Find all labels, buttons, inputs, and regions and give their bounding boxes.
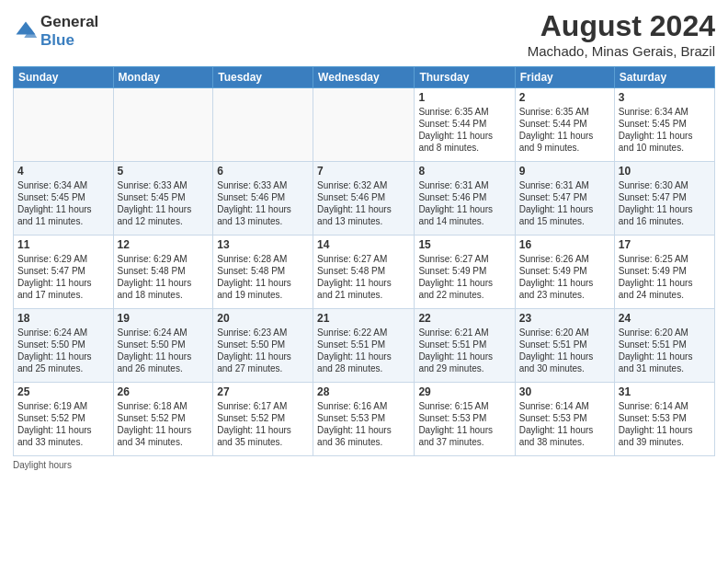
day-cell: 15Sunrise: 6:27 AM Sunset: 5:49 PM Dayli… <box>415 236 515 309</box>
day-number: 18 <box>17 312 109 325</box>
day-cell <box>313 88 415 162</box>
day-cell: 31Sunrise: 6:14 AM Sunset: 5:53 PM Dayli… <box>614 383 714 456</box>
day-number: 31 <box>619 385 711 398</box>
day-info: Sunrise: 6:27 AM Sunset: 5:49 PM Dayligh… <box>418 253 510 301</box>
day-number: 2 <box>519 91 610 104</box>
day-number: 14 <box>317 238 410 251</box>
day-number: 20 <box>217 312 309 325</box>
day-cell: 19Sunrise: 6:24 AM Sunset: 5:50 PM Dayli… <box>113 309 213 383</box>
day-info: Sunrise: 6:24 AM Sunset: 5:50 PM Dayligh… <box>118 327 210 374</box>
day-number: 6 <box>217 165 309 178</box>
day-number: 30 <box>519 385 610 398</box>
title-block: August 2024 Machado, Minas Gerais, Brazi… <box>528 9 715 59</box>
day-info: Sunrise: 6:25 AM Sunset: 5:49 PM Dayligh… <box>619 253 711 301</box>
weekday-friday: Friday <box>515 67 614 88</box>
day-cell: 13Sunrise: 6:28 AM Sunset: 5:48 PM Dayli… <box>213 236 313 309</box>
day-info: Sunrise: 6:28 AM Sunset: 5:48 PM Dayligh… <box>217 253 309 301</box>
logo-icon <box>13 18 39 44</box>
weekday-thursday: Thursday <box>415 67 515 88</box>
day-number: 9 <box>519 165 610 178</box>
day-cell <box>113 88 213 162</box>
logo: General Blue <box>13 13 98 50</box>
day-info: Sunrise: 6:24 AM Sunset: 5:50 PM Dayligh… <box>17 327 109 374</box>
header: General Blue August 2024 Machado, Minas … <box>13 9 715 59</box>
day-info: Sunrise: 6:26 AM Sunset: 5:49 PM Dayligh… <box>519 253 610 301</box>
day-info: Sunrise: 6:20 AM Sunset: 5:51 PM Dayligh… <box>519 327 610 374</box>
week-row-2: 4Sunrise: 6:34 AM Sunset: 5:45 PM Daylig… <box>14 162 715 236</box>
day-cell <box>213 88 313 162</box>
day-info: Sunrise: 6:17 AM Sunset: 5:52 PM Dayligh… <box>217 400 309 448</box>
day-cell: 21Sunrise: 6:22 AM Sunset: 5:51 PM Dayli… <box>313 309 415 383</box>
day-info: Sunrise: 6:27 AM Sunset: 5:48 PM Dayligh… <box>317 253 410 301</box>
day-info: Sunrise: 6:31 AM Sunset: 5:47 PM Dayligh… <box>519 179 610 227</box>
day-cell: 26Sunrise: 6:18 AM Sunset: 5:52 PM Dayli… <box>113 383 213 456</box>
day-cell: 22Sunrise: 6:21 AM Sunset: 5:51 PM Dayli… <box>415 309 515 383</box>
day-cell: 14Sunrise: 6:27 AM Sunset: 5:48 PM Dayli… <box>313 236 415 309</box>
day-info: Sunrise: 6:18 AM Sunset: 5:52 PM Dayligh… <box>118 400 210 448</box>
day-info: Sunrise: 6:30 AM Sunset: 5:47 PM Dayligh… <box>619 179 711 227</box>
day-number: 12 <box>118 238 210 251</box>
weekday-monday: Monday <box>113 67 213 88</box>
day-info: Sunrise: 6:21 AM Sunset: 5:51 PM Dayligh… <box>418 327 510 374</box>
day-cell: 6Sunrise: 6:33 AM Sunset: 5:46 PM Daylig… <box>213 162 313 236</box>
week-row-5: 25Sunrise: 6:19 AM Sunset: 5:52 PM Dayli… <box>14 383 715 456</box>
day-number: 7 <box>317 165 410 178</box>
day-cell: 3Sunrise: 6:34 AM Sunset: 5:45 PM Daylig… <box>614 88 714 162</box>
day-cell: 25Sunrise: 6:19 AM Sunset: 5:52 PM Dayli… <box>14 383 114 456</box>
day-info: Sunrise: 6:14 AM Sunset: 5:53 PM Dayligh… <box>619 400 711 448</box>
day-number: 8 <box>418 165 510 178</box>
day-info: Sunrise: 6:35 AM Sunset: 5:44 PM Dayligh… <box>418 106 510 154</box>
footer-note: Daylight hours <box>13 460 715 470</box>
day-cell: 29Sunrise: 6:15 AM Sunset: 5:53 PM Dayli… <box>415 383 515 456</box>
day-cell: 12Sunrise: 6:29 AM Sunset: 5:48 PM Dayli… <box>113 236 213 309</box>
day-info: Sunrise: 6:34 AM Sunset: 5:45 PM Dayligh… <box>619 106 711 154</box>
day-info: Sunrise: 6:20 AM Sunset: 5:51 PM Dayligh… <box>619 327 711 374</box>
day-number: 3 <box>619 91 711 104</box>
location-title: Machado, Minas Gerais, Brazil <box>528 43 715 59</box>
day-info: Sunrise: 6:23 AM Sunset: 5:50 PM Dayligh… <box>217 327 309 374</box>
day-info: Sunrise: 6:35 AM Sunset: 5:44 PM Dayligh… <box>519 106 610 154</box>
day-cell: 4Sunrise: 6:34 AM Sunset: 5:45 PM Daylig… <box>14 162 114 236</box>
day-info: Sunrise: 6:14 AM Sunset: 5:53 PM Dayligh… <box>519 400 610 448</box>
day-cell: 8Sunrise: 6:31 AM Sunset: 5:46 PM Daylig… <box>415 162 515 236</box>
day-info: Sunrise: 6:22 AM Sunset: 5:51 PM Dayligh… <box>317 327 410 374</box>
day-number: 23 <box>519 312 610 325</box>
page: General Blue August 2024 Machado, Minas … <box>0 0 728 563</box>
day-number: 10 <box>619 165 711 178</box>
day-cell: 11Sunrise: 6:29 AM Sunset: 5:47 PM Dayli… <box>14 236 114 309</box>
week-row-1: 1Sunrise: 6:35 AM Sunset: 5:44 PM Daylig… <box>14 88 715 162</box>
week-row-4: 18Sunrise: 6:24 AM Sunset: 5:50 PM Dayli… <box>14 309 715 383</box>
day-cell: 30Sunrise: 6:14 AM Sunset: 5:53 PM Dayli… <box>515 383 614 456</box>
day-number: 19 <box>118 312 210 325</box>
week-row-3: 11Sunrise: 6:29 AM Sunset: 5:47 PM Dayli… <box>14 236 715 309</box>
weekday-header-row: SundayMondayTuesdayWednesdayThursdayFrid… <box>14 67 715 88</box>
day-cell: 5Sunrise: 6:33 AM Sunset: 5:45 PM Daylig… <box>113 162 213 236</box>
day-cell: 7Sunrise: 6:32 AM Sunset: 5:46 PM Daylig… <box>313 162 415 236</box>
day-info: Sunrise: 6:34 AM Sunset: 5:45 PM Dayligh… <box>17 179 109 227</box>
day-cell: 24Sunrise: 6:20 AM Sunset: 5:51 PM Dayli… <box>614 309 714 383</box>
day-number: 27 <box>217 385 309 398</box>
day-number: 24 <box>619 312 711 325</box>
day-info: Sunrise: 6:15 AM Sunset: 5:53 PM Dayligh… <box>418 400 510 448</box>
day-number: 22 <box>418 312 510 325</box>
day-info: Sunrise: 6:31 AM Sunset: 5:46 PM Dayligh… <box>418 179 510 227</box>
day-cell: 18Sunrise: 6:24 AM Sunset: 5:50 PM Dayli… <box>14 309 114 383</box>
weekday-wednesday: Wednesday <box>313 67 415 88</box>
day-number: 16 <box>519 238 610 251</box>
day-number: 1 <box>418 91 510 104</box>
day-number: 28 <box>317 385 410 398</box>
day-cell: 17Sunrise: 6:25 AM Sunset: 5:49 PM Dayli… <box>614 236 714 309</box>
weekday-saturday: Saturday <box>614 67 714 88</box>
logo-text: General Blue <box>40 13 98 50</box>
day-cell <box>14 88 114 162</box>
day-cell: 2Sunrise: 6:35 AM Sunset: 5:44 PM Daylig… <box>515 88 614 162</box>
day-cell: 1Sunrise: 6:35 AM Sunset: 5:44 PM Daylig… <box>415 88 515 162</box>
day-info: Sunrise: 6:33 AM Sunset: 5:45 PM Dayligh… <box>118 179 210 227</box>
day-cell: 10Sunrise: 6:30 AM Sunset: 5:47 PM Dayli… <box>614 162 714 236</box>
weekday-sunday: Sunday <box>14 67 114 88</box>
day-number: 15 <box>418 238 510 251</box>
day-number: 25 <box>17 385 109 398</box>
day-number: 11 <box>17 238 109 251</box>
day-info: Sunrise: 6:32 AM Sunset: 5:46 PM Dayligh… <box>317 179 410 227</box>
day-number: 29 <box>418 385 510 398</box>
